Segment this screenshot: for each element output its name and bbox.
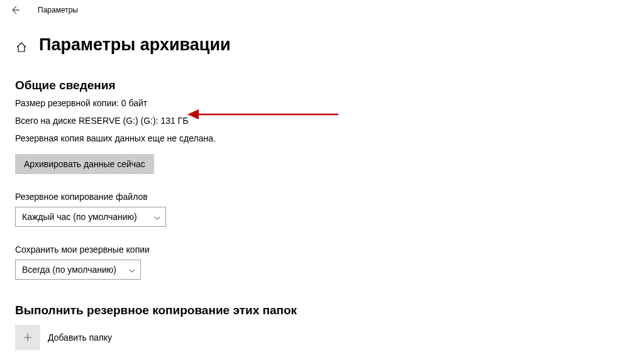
page-title: Параметры архивации [39,35,231,55]
backup-status-text: Резервная копия ваших данных еще не сдел… [15,131,629,145]
add-folder-button[interactable]: Добавить папку [15,325,629,350]
titlebar: Параметры [0,0,644,20]
backup-now-button[interactable]: Архивировать данные сейчас [15,154,154,174]
folders-heading: Выполнить резервное копирование этих пап… [15,304,629,317]
disk-total-text: Всего на диске RESERVE (G:) (G:): 131 ГБ [15,114,629,128]
chevron-down-icon [154,212,160,222]
schedule-value: Каждый час (по умолчанию) [22,212,137,222]
overview-heading: Общие сведения [15,79,629,92]
backup-size-text: Размер резервной копии: 0 байт [15,96,629,110]
add-folder-icon-box [15,325,40,350]
back-button[interactable] [5,0,25,20]
chevron-down-icon [129,265,135,275]
page-header: Параметры архивации [15,35,629,55]
home-button[interactable] [15,41,28,53]
retention-label: Сохранить мои резервные копии [15,244,629,255]
back-arrow-icon [10,5,20,15]
plus-icon [23,332,33,343]
retention-value: Всегда (по умолчанию) [22,265,116,275]
add-folder-label: Добавить папку [48,332,112,343]
home-icon [16,41,27,53]
titlebar-title: Параметры [38,6,78,14]
content-area: Параметры архивации Общие сведения Разме… [0,20,644,350]
retention-select[interactable]: Всегда (по умолчанию) [15,260,141,280]
schedule-label: Резервное копирование файлов [15,192,629,202]
schedule-select[interactable]: Каждый час (по умолчанию) [15,207,166,227]
